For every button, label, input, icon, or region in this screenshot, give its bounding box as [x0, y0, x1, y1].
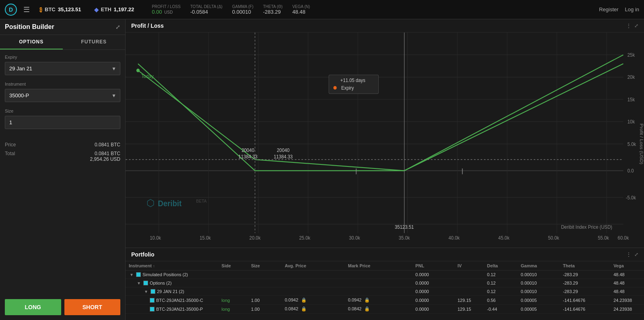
svg-text:35.0k: 35.0k	[399, 235, 410, 240]
col-instrument: Instrument ↑	[126, 261, 218, 271]
tab-options[interactable]: OPTIONS	[0, 35, 63, 49]
col-iv: IV	[454, 261, 484, 271]
expiry-select[interactable]: 29 Jan 21	[5, 62, 120, 75]
col-mark-price: Mark Price	[345, 261, 412, 271]
svg-text:5.0k: 5.0k	[627, 141, 636, 146]
price-info: Price 0.0841 BTC Total 0.0841 BTC 2,954.…	[0, 140, 125, 164]
login-button[interactable]: Log in	[625, 6, 639, 12]
col-pnl: PNL	[412, 261, 454, 271]
svg-text:0.0: 0.0	[627, 168, 634, 173]
table-row: BTC-29JAN21-35000-P long 1.00 0.0842 🔒 0…	[126, 305, 644, 314]
portfolio-title: Portfolio	[131, 251, 155, 258]
svg-text:35123.51: 35123.51	[395, 224, 414, 229]
svg-text:11384.33: 11384.33	[274, 154, 293, 159]
instrument-cell-call: BTC-29JAN21-35000-C	[126, 296, 218, 305]
svg-text:BETA: BETA	[196, 199, 207, 203]
table-row: BTC-29JAN21-35000-C long 1.00 0.0942 🔒 0…	[126, 296, 644, 305]
expiry-label: Expiry	[5, 55, 120, 59]
svg-text:10k: 10k	[627, 119, 635, 124]
menu-icon[interactable]: ☰	[23, 5, 30, 14]
tab-bar: OPTIONS FUTURES	[0, 35, 125, 50]
panel-header: Position Builder ⤢	[0, 19, 125, 35]
group-label-date: ▼ 29 JAN 21 (2)	[126, 287, 218, 296]
gamma-stat: GAMMA (F) 0.00010	[232, 4, 254, 15]
eth-icon: ◆	[94, 6, 99, 13]
expand-icon[interactable]: ⤢	[116, 24, 120, 30]
svg-text:-5.0k: -5.0k	[626, 195, 636, 200]
long-button[interactable]: LONG	[5, 299, 61, 315]
portfolio-fullscreen-icon[interactable]: ⤢	[634, 252, 638, 257]
fullscreen-icon[interactable]: ⤢	[634, 23, 638, 29]
instrument-select[interactable]: 35000-P	[5, 89, 120, 102]
total-delta-stat: TOTAL DELTA (Δ) -0.0584	[190, 4, 223, 15]
svg-rect-2	[126, 33, 644, 246]
col-avg-price: Avg. Price	[281, 261, 345, 271]
group-label-simulated: ▼ Simulated Positions (2)	[126, 271, 218, 279]
price-row: Price 0.0841 BTC	[0, 140, 125, 149]
svg-text:Deribit Index Price  (USD): Deribit Index Price (USD)	[561, 224, 612, 229]
svg-point-46	[136, 69, 140, 72]
checkbox-call[interactable]	[150, 298, 155, 303]
tab-futures[interactable]: FUTURES	[63, 35, 126, 49]
portfolio-header: Portfolio ⋮ ⤢	[126, 248, 644, 261]
instrument-label: Instrument	[5, 82, 120, 86]
checkbox-date[interactable]	[151, 289, 155, 294]
profit-loss-stat: PROFIT / LOSS 0.00 USD	[152, 4, 181, 15]
action-buttons: LONG SHORT	[0, 294, 125, 320]
positions-table: Instrument ↑ Side Size Avg. Price Mark P…	[126, 261, 644, 314]
checkbox-simulated[interactable]	[136, 272, 141, 277]
col-gamma: Gamma	[518, 261, 560, 271]
col-delta: Delta	[484, 261, 518, 271]
svg-text:15.0k: 15.0k	[200, 235, 211, 240]
nav-stats: PROFIT / LOSS 0.00 USD TOTAL DELTA (Δ) -…	[152, 4, 310, 15]
svg-text:20.0k: 20.0k	[250, 235, 261, 240]
vega-stat: VEGA (N) 48.48	[292, 4, 310, 15]
checkbox-put[interactable]	[150, 307, 155, 312]
svg-text:20040: 20040	[242, 148, 254, 153]
chart-container: 25k 20k 15k 10k 5.0k 0.0 -5.0k 10.0k 15.…	[126, 33, 644, 246]
chart-svg: 25k 20k 15k 10k 5.0k 0.0 -5.0k 10.0k 15.…	[126, 33, 644, 246]
svg-text:Expiry: Expiry	[341, 85, 354, 90]
instrument-cell-put: BTC-29JAN21-35000-P	[126, 305, 218, 314]
col-side: Side	[218, 261, 248, 271]
chart-header: Profit / Loss ⋮ ⤢	[126, 19, 644, 33]
col-vega: Vega	[610, 261, 644, 271]
checkbox-options[interactable]	[143, 281, 148, 285]
portfolio-more-icon[interactable]: ⋮	[626, 252, 631, 257]
theta-stat: THETA (ϑ) -283.29	[263, 4, 283, 15]
col-theta: Theta	[559, 261, 610, 271]
svg-text:20040: 20040	[277, 148, 290, 153]
top-nav: D ☰ ₿ BTC 35,123.51 ◆ ETH 1,197.22 PROFI…	[0, 0, 644, 19]
size-label: Size	[5, 109, 120, 113]
svg-text:30.0k: 30.0k	[349, 235, 360, 240]
eth-price: ◆ ETH 1,197.22	[91, 6, 138, 13]
svg-text:D: D	[9, 6, 13, 13]
collapse-btn-options[interactable]: ▼	[136, 281, 142, 285]
col-size: Size	[248, 261, 282, 271]
svg-text:50.0k: 50.0k	[548, 235, 559, 240]
more-icon[interactable]: ⋮	[626, 23, 631, 29]
svg-point-56	[333, 86, 336, 90]
svg-text:Today: Today	[141, 74, 153, 79]
svg-text:55.0k: 55.0k	[598, 235, 609, 240]
short-button[interactable]: SHORT	[64, 299, 121, 315]
chart-icons: ⋮ ⤢	[626, 23, 638, 29]
svg-text:15k: 15k	[627, 96, 635, 102]
svg-text:25k: 25k	[627, 52, 635, 57]
collapse-btn[interactable]: ▼	[129, 273, 134, 277]
svg-text:25.0k: 25.0k	[299, 235, 310, 240]
portfolio-panel: Portfolio ⋮ ⤢ Instrument ↑ Side Size Avg…	[126, 248, 644, 320]
instrument-link-call[interactable]: BTC-29JAN21-35000-C	[156, 298, 203, 303]
portfolio-table: Instrument ↑ Side Size Avg. Price Mark P…	[126, 261, 644, 320]
nav-right: Register Log in	[599, 6, 639, 12]
table-row: ▼ 29 JAN 21 (2) 0.0000 0.12	[126, 287, 644, 296]
register-button[interactable]: Register	[599, 6, 618, 12]
portfolio-icons: ⋮ ⤢	[626, 252, 638, 257]
total-row: Total 0.0841 BTC 2,954.26 USD	[0, 149, 125, 164]
svg-text:10.0k: 10.0k	[150, 235, 161, 240]
btc-price: ₿ BTC 35,123.51	[36, 6, 85, 13]
table-row: ▼ Simulated Positions (2) 0.0000	[126, 271, 644, 279]
size-input[interactable]	[5, 116, 120, 129]
instrument-link-put[interactable]: BTC-29JAN21-35000-P	[156, 307, 203, 312]
collapse-btn-date[interactable]: ▼	[143, 289, 149, 294]
